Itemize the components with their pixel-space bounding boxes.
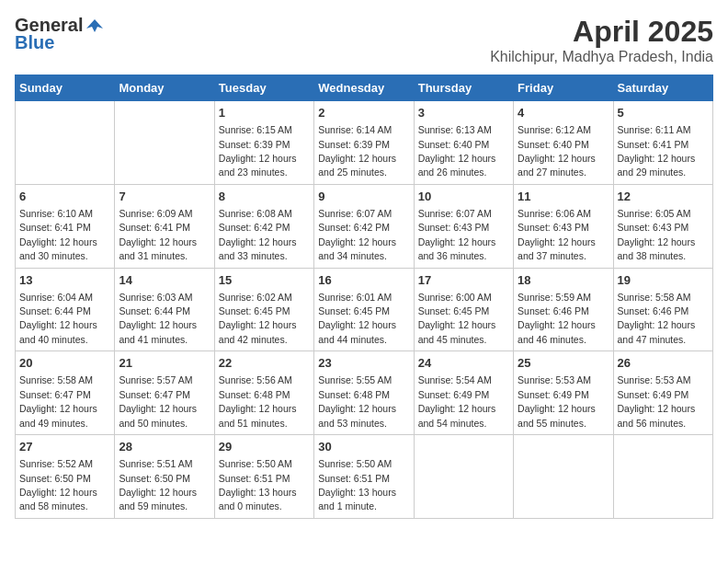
calendar-cell: 6Sunrise: 6:10 AMSunset: 6:41 PMDaylight… [16,184,115,268]
sunset-text: Sunset: 6:43 PM [418,222,490,233]
daylight-text: Daylight: 13 hours and 0 minutes. [219,487,297,511]
calendar-week-row: 13Sunrise: 6:04 AMSunset: 6:44 PMDayligh… [16,268,713,351]
calendar-cell: 16Sunrise: 6:01 AMSunset: 6:45 PMDayligh… [314,268,414,351]
header: General Blue April 2025 Khilchipur, Madh… [15,15,713,65]
daylight-text: Daylight: 12 hours and 33 minutes. [219,236,297,261]
day-number: 15 [219,272,310,289]
sunset-text: Sunset: 6:44 PM [119,305,190,316]
calendar-cell: 2Sunrise: 6:14 AMSunset: 6:39 PMDaylight… [314,101,414,185]
daylight-text: Daylight: 12 hours and 53 minutes. [318,403,396,428]
sunset-text: Sunset: 6:45 PM [418,305,490,316]
sunrise-text: Sunrise: 6:13 AM [418,124,492,135]
sunset-text: Sunset: 6:46 PM [518,305,589,316]
day-number: 2 [318,105,409,121]
header-day-tuesday: Tuesday [214,75,313,101]
calendar-cell: 3Sunrise: 6:13 AMSunset: 6:40 PMDaylight… [414,101,513,185]
calendar-cell [613,435,712,519]
calendar-cell: 22Sunrise: 5:56 AMSunset: 6:48 PMDayligh… [214,351,313,435]
calendar-cell: 1Sunrise: 6:15 AMSunset: 6:39 PMDaylight… [214,101,313,185]
day-number: 10 [418,189,509,205]
day-number: 1 [219,105,310,121]
calendar-cell: 8Sunrise: 6:08 AMSunset: 6:42 PMDaylight… [214,184,313,268]
daylight-text: Daylight: 12 hours and 30 minutes. [19,236,97,261]
day-number: 22 [219,355,310,372]
sunset-text: Sunset: 6:43 PM [618,222,689,233]
sunset-text: Sunset: 6:50 PM [19,473,91,484]
calendar-cell: 9Sunrise: 6:07 AMSunset: 6:42 PMDaylight… [314,184,414,268]
title-area: April 2025 Khilchipur, Madhya Pradesh, I… [490,15,713,65]
day-number: 3 [418,105,509,121]
day-number: 12 [618,189,709,205]
day-number: 6 [19,189,110,205]
calendar-cell: 12Sunrise: 6:05 AMSunset: 6:43 PMDayligh… [613,184,712,268]
daylight-text: Daylight: 12 hours and 25 minutes. [318,153,396,178]
daylight-text: Daylight: 12 hours and 55 minutes. [518,403,596,428]
sunrise-text: Sunrise: 6:14 AM [318,124,392,135]
sunset-text: Sunset: 6:39 PM [318,139,390,150]
sunrise-text: Sunrise: 6:08 AM [219,208,292,219]
sunset-text: Sunset: 6:46 PM [618,305,689,316]
daylight-text: Daylight: 12 hours and 58 minutes. [19,487,97,511]
day-number: 24 [418,355,509,372]
calendar-cell: 18Sunrise: 5:59 AMSunset: 6:46 PMDayligh… [514,268,613,351]
sunrise-text: Sunrise: 6:04 AM [19,292,93,303]
day-number: 28 [119,439,210,455]
calendar-week-row: 1Sunrise: 6:15 AMSunset: 6:39 PMDaylight… [16,101,713,185]
logo-bird-icon [85,16,105,36]
day-number: 23 [318,355,409,372]
header-day-thursday: Thursday [414,75,513,101]
calendar-cell: 21Sunrise: 5:57 AMSunset: 6:47 PMDayligh… [115,351,214,435]
daylight-text: Daylight: 12 hours and 54 minutes. [418,403,496,428]
calendar-cell: 7Sunrise: 6:09 AMSunset: 6:41 PMDaylight… [115,184,214,268]
calendar-cell: 28Sunrise: 5:51 AMSunset: 6:50 PMDayligh… [115,435,214,519]
sunrise-text: Sunrise: 6:02 AM [219,292,292,303]
sunset-text: Sunset: 6:48 PM [219,389,290,400]
daylight-text: Daylight: 12 hours and 45 minutes. [418,319,496,344]
calendar-cell: 17Sunrise: 6:00 AMSunset: 6:45 PMDayligh… [414,268,513,351]
calendar-cell: 15Sunrise: 6:02 AMSunset: 6:45 PMDayligh… [214,268,313,351]
day-number: 9 [318,189,409,205]
calendar-header-row: SundayMondayTuesdayWednesdayThursdayFrid… [16,75,713,101]
sunset-text: Sunset: 6:49 PM [418,389,490,400]
day-number: 21 [119,355,210,372]
sunrise-text: Sunrise: 5:56 AM [219,374,292,385]
sunset-text: Sunset: 6:41 PM [618,139,689,150]
sunset-text: Sunset: 6:47 PM [119,389,190,400]
calendar-cell: 27Sunrise: 5:52 AMSunset: 6:50 PMDayligh… [16,435,115,519]
calendar-cell: 10Sunrise: 6:07 AMSunset: 6:43 PMDayligh… [414,184,513,268]
daylight-text: Daylight: 12 hours and 49 minutes. [19,403,97,428]
calendar-cell: 25Sunrise: 5:53 AMSunset: 6:49 PMDayligh… [514,351,613,435]
sunset-text: Sunset: 6:45 PM [318,305,390,316]
daylight-text: Daylight: 12 hours and 27 minutes. [518,153,596,178]
day-number: 19 [618,272,709,289]
daylight-text: Daylight: 12 hours and 44 minutes. [318,319,396,344]
daylight-text: Daylight: 12 hours and 26 minutes. [418,153,496,178]
calendar-week-row: 20Sunrise: 5:58 AMSunset: 6:47 PMDayligh… [16,351,713,435]
daylight-text: Daylight: 12 hours and 34 minutes. [318,236,396,261]
day-number: 5 [618,105,709,121]
sunrise-text: Sunrise: 6:07 AM [418,208,492,219]
calendar-cell: 23Sunrise: 5:55 AMSunset: 6:48 PMDayligh… [314,351,414,435]
calendar-cell [514,435,613,519]
sunrise-text: Sunrise: 5:54 AM [418,374,492,385]
calendar-cell [115,101,214,185]
calendar-cell: 5Sunrise: 6:11 AMSunset: 6:41 PMDaylight… [613,101,712,185]
sunrise-text: Sunrise: 6:00 AM [418,292,492,303]
sunset-text: Sunset: 6:47 PM [19,389,91,400]
calendar-week-row: 6Sunrise: 6:10 AMSunset: 6:41 PMDaylight… [16,184,713,268]
sunset-text: Sunset: 6:51 PM [219,473,290,484]
sunset-text: Sunset: 6:49 PM [618,389,689,400]
sunrise-text: Sunrise: 5:53 AM [618,374,691,385]
logo-blue-text: Blue [15,32,54,53]
sunset-text: Sunset: 6:40 PM [518,139,589,150]
sunrise-text: Sunrise: 6:12 AM [518,124,591,135]
day-number: 18 [518,272,609,289]
daylight-text: Daylight: 12 hours and 47 minutes. [618,319,696,344]
header-day-friday: Friday [514,75,613,101]
sunset-text: Sunset: 6:50 PM [119,473,190,484]
calendar-cell: 14Sunrise: 6:03 AMSunset: 6:44 PMDayligh… [115,268,214,351]
sunset-text: Sunset: 6:43 PM [518,222,589,233]
day-number: 17 [418,272,509,289]
sunrise-text: Sunrise: 5:57 AM [119,374,192,385]
calendar-cell: 19Sunrise: 5:58 AMSunset: 6:46 PMDayligh… [613,268,712,351]
